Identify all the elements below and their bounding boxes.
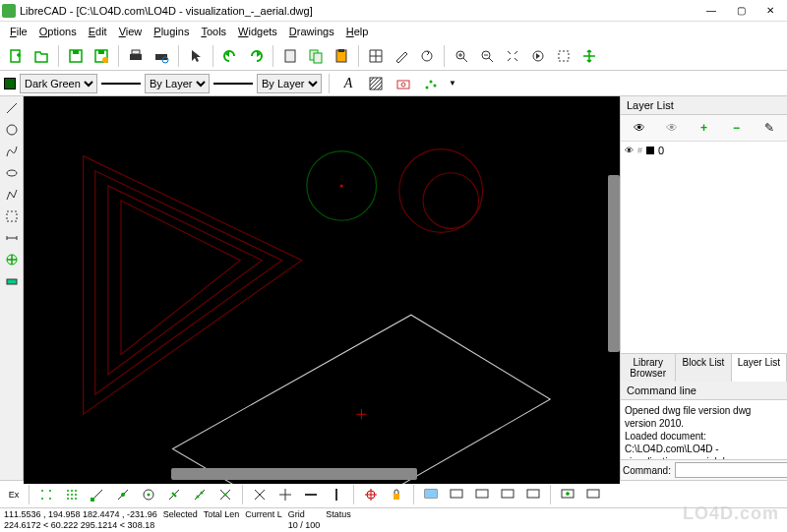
grid-button[interactable]	[364, 44, 388, 68]
layer-freeze-button[interactable]: 👁	[662, 119, 682, 137]
screen1-button[interactable]	[419, 483, 443, 506]
svg-point-36	[49, 490, 51, 492]
polyline-tool[interactable]	[2, 185, 22, 205]
layer-remove-button[interactable]: −	[727, 119, 747, 137]
fullscreen-add-button[interactable]	[556, 483, 579, 506]
image-button[interactable]	[392, 72, 415, 95]
curve-tool[interactable]	[2, 142, 22, 161]
save-as-button[interactable]	[90, 44, 113, 68]
zoom-previous-button[interactable]	[526, 44, 550, 68]
zoom-auto-button[interactable]	[501, 44, 524, 68]
horizontal-scrollbar[interactable]	[171, 468, 417, 480]
tab-library-browser[interactable]: Library Browser	[621, 354, 676, 382]
snap-endpoint-button[interactable]	[86, 483, 109, 506]
new-file-button[interactable]	[4, 44, 28, 68]
snap-free-button[interactable]	[34, 483, 58, 506]
vertical-scrollbar[interactable]	[608, 175, 620, 352]
zoom-out-button[interactable]	[475, 44, 499, 68]
draft-button[interactable]	[390, 44, 413, 68]
menu-drawings[interactable]: Drawings	[283, 24, 340, 39]
modify-tool[interactable]	[2, 250, 22, 269]
svg-rect-19	[559, 51, 569, 61]
screen2-button[interactable]	[445, 483, 468, 506]
drawing-canvas[interactable]	[24, 96, 620, 484]
svg-rect-59	[451, 490, 462, 498]
layer-list[interactable]: 👁 # 0	[621, 142, 787, 353]
paste-button[interactable]	[330, 44, 353, 68]
zoom-window-button[interactable]	[552, 44, 575, 68]
layer-edit-button[interactable]: ✎	[759, 119, 779, 137]
close-button[interactable]: ✕	[756, 0, 785, 22]
pointer-icon	[188, 48, 204, 64]
snap-middle-button[interactable]	[162, 483, 186, 506]
command-input[interactable]	[675, 462, 787, 478]
ruler-icon	[5, 274, 19, 288]
menu-file[interactable]: File	[4, 24, 33, 39]
redo-button[interactable]	[244, 44, 268, 68]
restrict-ortho-button[interactable]	[273, 483, 297, 506]
menu-widgets[interactable]: Widgets	[232, 24, 283, 39]
snap-grid-button[interactable]	[60, 483, 84, 506]
menu-view[interactable]: View	[113, 24, 149, 39]
maximize-button[interactable]: ▢	[726, 0, 756, 22]
canvas-area[interactable]	[24, 96, 620, 480]
circle-tool[interactable]	[2, 120, 22, 140]
snap-entity-button[interactable]	[111, 483, 135, 506]
menu-bar: File Options Edit View Plugins Tools Wid…	[0, 22, 787, 41]
snap-center-button[interactable]	[137, 483, 160, 506]
hatch-icon	[368, 76, 384, 91]
minimize-button[interactable]: —	[696, 0, 726, 22]
screen-icon	[423, 487, 439, 502]
layer-color-swatch	[646, 147, 654, 154]
hatch-button[interactable]	[364, 72, 388, 95]
point-dropdown[interactable]: ▼	[447, 72, 458, 95]
layer-row[interactable]: 👁 # 0	[625, 144, 783, 157]
fullscreen-button[interactable]	[581, 483, 605, 506]
relative-zero-button[interactable]	[359, 483, 383, 506]
exclusive-snap-button[interactable]: Ex	[4, 483, 24, 506]
svg-rect-61	[502, 490, 514, 498]
menu-options[interactable]: Options	[33, 24, 83, 39]
lock-relative-zero-button[interactable]	[385, 483, 408, 506]
restrict-horizontal-button[interactable]	[299, 483, 323, 506]
screen5-button[interactable]	[521, 483, 545, 506]
zoom-pan-button[interactable]	[577, 44, 601, 68]
select-tool[interactable]	[2, 207, 22, 226]
save-button[interactable]	[64, 44, 88, 68]
point-button[interactable]	[419, 72, 443, 95]
tab-block-list[interactable]: Block List	[676, 354, 731, 382]
layer-add-button[interactable]: +	[695, 119, 714, 137]
undo-button[interactable]	[218, 44, 242, 68]
restrict-vertical-button[interactable]	[325, 483, 348, 506]
dimension-tool[interactable]	[2, 228, 22, 248]
status-current-label: Current L	[245, 509, 282, 520]
zoom-redraw-button[interactable]	[415, 44, 439, 68]
menu-plugins[interactable]: Plugins	[148, 24, 195, 39]
layer-visible-button[interactable]: 👁	[630, 119, 649, 137]
text-button[interactable]: A	[336, 72, 360, 95]
open-file-button[interactable]	[30, 44, 53, 68]
color-select[interactable]: Dark Green	[20, 74, 97, 93]
print-button[interactable]	[124, 44, 148, 68]
snap-distance-button[interactable]	[188, 483, 212, 506]
restrict-nothing-button[interactable]	[248, 483, 272, 506]
right-panel-area: Layer List 👁 👁 + − ✎ 👁 # 0 Library Brows…	[620, 96, 787, 480]
print-preview-button[interactable]	[150, 44, 173, 68]
snap-intersection-button[interactable]	[213, 483, 237, 506]
pointer-button[interactable]	[184, 44, 208, 68]
menu-tools[interactable]: Tools	[195, 24, 232, 39]
line-tool[interactable]	[2, 98, 22, 118]
info-tool[interactable]	[2, 271, 22, 291]
linetype-select[interactable]: By Layer	[257, 74, 322, 93]
screen3-button[interactable]	[470, 483, 494, 506]
cut-button[interactable]	[278, 44, 302, 68]
screen4-button[interactable]	[496, 483, 519, 506]
tab-layer-list[interactable]: Layer List	[732, 354, 787, 382]
zoom-in-button[interactable]	[450, 44, 473, 68]
menu-edit[interactable]: Edit	[83, 24, 113, 39]
linewidth-select[interactable]: By Layer	[145, 74, 210, 93]
ellipse-tool[interactable]	[2, 163, 22, 183]
color-swatch[interactable]	[4, 78, 16, 89]
copy-button[interactable]	[304, 44, 328, 68]
menu-help[interactable]: Help	[340, 24, 375, 39]
